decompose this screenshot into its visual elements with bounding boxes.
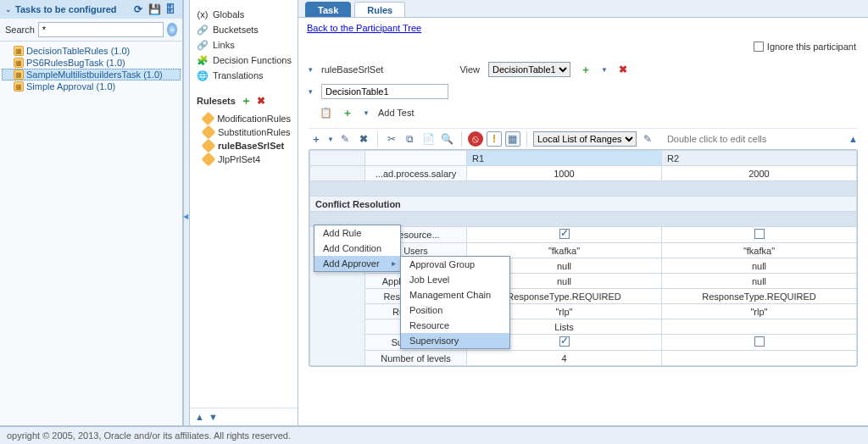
dt-condition-attr[interactable]: ...ad.process.salary	[365, 166, 467, 181]
menu-add-condition[interactable]: Add Condition	[314, 241, 400, 256]
submenu-item[interactable]: Position	[401, 302, 509, 318]
ruleset-item[interactable]: SubstitutionRules	[195, 125, 292, 139]
tab-rules[interactable]: Rules	[354, 2, 405, 17]
ruleset-icon	[202, 153, 216, 167]
task-label: SampleMultilistbuildersTask (1.0)	[26, 69, 163, 80]
table-name-input[interactable]	[321, 84, 448, 99]
tb-pencil-icon[interactable]: ✎	[640, 131, 655, 147]
tb-delete-icon[interactable]: ✖	[356, 131, 371, 147]
delete-ruleset-icon[interactable]: ✖	[257, 95, 265, 107]
submenu-item[interactable]: Approval Group	[401, 257, 509, 272]
task-item[interactable]: ▦Simple Approval (1.0)	[2, 80, 181, 92]
checkbox-icon[interactable]	[754, 229, 765, 239]
back-link[interactable]: Back to the Participant Tree	[307, 23, 421, 33]
collapse-icon[interactable]: ⌄	[5, 5, 12, 14]
dt-cell[interactable]	[662, 335, 857, 351]
tb-copy-icon[interactable]: ⧉	[403, 131, 418, 147]
center-item[interactable]: (x)Globals	[197, 7, 292, 22]
add-test-label[interactable]: Add Test	[378, 108, 415, 118]
save-icon[interactable]: 💾	[147, 3, 161, 16]
expand-table-icon[interactable]: ▾	[309, 87, 313, 96]
tabbar: TaskRules	[298, 0, 868, 18]
task-icon: ▦	[14, 58, 24, 68]
dt-conflict-header: Conflict Resolution	[310, 197, 857, 212]
ruleset-label: ruleBaseSrlSet	[218, 141, 284, 151]
dt-cell[interactable]: null	[662, 274, 857, 289]
tb-cut-icon[interactable]: ✂	[384, 131, 399, 147]
checkbox-icon[interactable]	[559, 229, 570, 239]
commit-icon[interactable]: 🗄	[164, 3, 177, 16]
menu-add-rule[interactable]: Add Rule	[314, 225, 400, 241]
submenu-item[interactable]: Supervisory	[401, 333, 509, 348]
dt-attr[interactable]: Number of levels	[365, 351, 467, 366]
left-header[interactable]: ⌄ Tasks to be configured ⟳ 💾 🗄	[0, 0, 182, 19]
menu-add-approver[interactable]: Add Approver Approval GroupJob LevelMana…	[314, 256, 400, 271]
move-down-icon[interactable]: ▼	[209, 412, 218, 422]
dt-cell[interactable]: "fkafka"	[662, 243, 857, 258]
delete-view-icon[interactable]: ✖	[616, 63, 630, 76]
refresh-icon[interactable]: ⟳	[131, 3, 145, 16]
dt-cell[interactable]: ResponseType.REQUIRED	[662, 289, 857, 304]
editor-area: ▾ ruleBaseSrlSet View DecisionTable1 ＋ ▼…	[298, 55, 868, 425]
dt-cell[interactable]: null	[662, 258, 857, 274]
tb-add-icon[interactable]: ＋	[309, 131, 324, 147]
clipboard-icon[interactable]: 📋	[319, 106, 332, 119]
dt-cell[interactable]	[662, 227, 857, 243]
add-test-plus-icon[interactable]: ＋	[341, 106, 354, 119]
center-item[interactable]: 🌐Translations	[197, 68, 292, 83]
approver-submenu: Approval GroupJob LevelManagement ChainP…	[400, 256, 510, 349]
view-select[interactable]: DecisionTable1	[488, 62, 570, 77]
tb-add-dd-icon[interactable]: ▼	[327, 136, 334, 143]
center-item-label: Translations	[213, 70, 264, 80]
tb-grid-icon[interactable]: ▦	[505, 131, 520, 147]
pane-collapser[interactable]	[183, 0, 190, 425]
expand-icon[interactable]: ▾	[309, 65, 313, 74]
task-item[interactable]: ▦SampleMultilistbuildersTask (1.0)	[2, 69, 181, 80]
search-input[interactable]	[38, 22, 164, 37]
search-row: Search →	[0, 19, 182, 42]
dt-attr-head	[365, 151, 467, 166]
task-item[interactable]: ▦DecisionTableRules (1.0)	[2, 45, 181, 57]
submenu-item[interactable]: Management Chain	[401, 287, 509, 302]
dt-cell[interactable]: 4	[467, 351, 662, 366]
center-item[interactable]: 🧩Decision Functions	[197, 53, 292, 68]
ruleset-item[interactable]: ruleBaseSrlSet	[195, 139, 292, 153]
submenu-item[interactable]: Job Level	[401, 272, 509, 287]
range-select[interactable]: Local List of Ranges	[533, 131, 637, 147]
tb-find-icon[interactable]: 🔍	[440, 131, 455, 147]
dt-cell[interactable]: 1000	[467, 166, 662, 181]
tb-stop-icon[interactable]: ⦸	[468, 131, 483, 147]
center-item[interactable]: 🔗Links	[197, 37, 292, 53]
center-item[interactable]: 🔗Bucketsets	[197, 22, 292, 37]
dt-cell[interactable]	[467, 227, 662, 243]
add-view-icon[interactable]: ＋	[579, 63, 593, 76]
tb-edit-icon[interactable]: ✎	[337, 131, 353, 147]
scroll-up-icon[interactable]: ▲	[849, 134, 858, 144]
tab-task[interactable]: Task	[305, 2, 351, 17]
ruleset-item[interactable]: ModificationRules	[195, 112, 292, 125]
add-ruleset-icon[interactable]: ＋	[241, 93, 252, 108]
submenu-item[interactable]: Resource	[401, 318, 509, 333]
checkbox-icon[interactable]	[559, 336, 570, 347]
search-go-icon[interactable]: →	[167, 23, 177, 36]
dt-cell[interactable]: "rlp"	[662, 304, 857, 319]
ignore-checkbox[interactable]	[754, 42, 764, 52]
dt-cell[interactable]	[662, 351, 857, 366]
center-item-label: Decision Functions	[213, 55, 292, 65]
search-label: Search	[5, 25, 35, 35]
dt-cell[interactable]: 2000	[662, 166, 857, 181]
ruleset-item[interactable]: JlpPrlSet4	[195, 153, 292, 166]
move-up-icon[interactable]: ▲	[195, 412, 204, 422]
add-view-dd-icon[interactable]: ▼	[601, 66, 608, 74]
dt-cell[interactable]	[662, 319, 857, 335]
checkbox-icon[interactable]	[754, 336, 765, 347]
dt-toolbar: ＋ ▼ ✎ ✖ ✂ ⧉ 📄 🔍 ⦸ ! ▦ Local List of Rang…	[309, 128, 858, 149]
add-context-menu: Add Rule Add Condition Add Approver Appr…	[314, 225, 401, 272]
task-item[interactable]: ▦PS6RulesBugTask (1.0)	[2, 57, 181, 69]
tb-warn-icon[interactable]: !	[487, 131, 502, 147]
tb-paste-icon[interactable]: 📄	[421, 131, 437, 147]
add-test-dd-icon[interactable]: ▼	[363, 109, 370, 117]
dt-rule-header[interactable]: R1	[467, 151, 662, 166]
ruleset-name: ruleBaseSrlSet	[321, 64, 383, 75]
dt-rule-header[interactable]: R2	[662, 151, 857, 166]
